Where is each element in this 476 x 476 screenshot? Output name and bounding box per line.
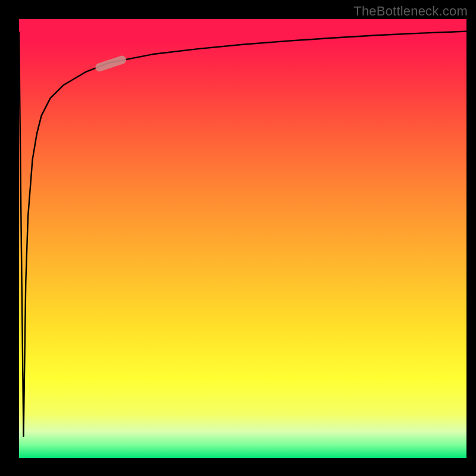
plot-area [19, 19, 466, 458]
gradient-background [19, 19, 466, 458]
watermark-text: TheBottleneck.com [353, 4, 468, 19]
chart-frame: TheBottleneck.com [0, 0, 476, 476]
